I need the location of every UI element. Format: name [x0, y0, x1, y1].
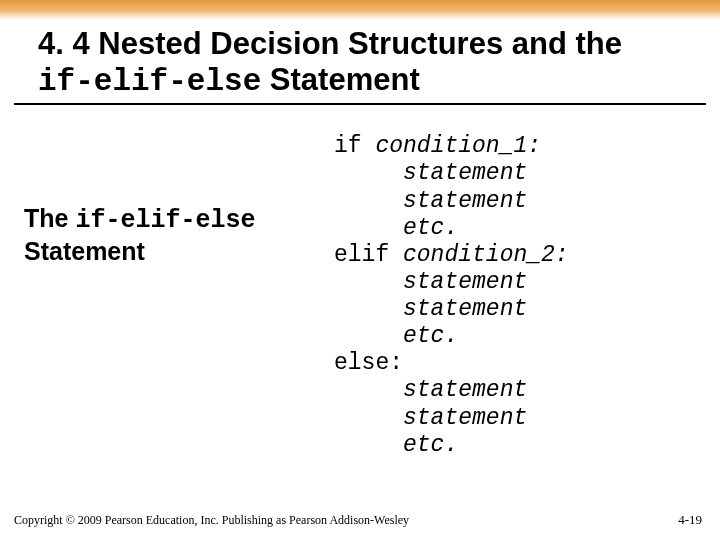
slide-body: The if-elif-else Statement if condition_…: [0, 105, 720, 459]
accent-bar: [0, 0, 720, 20]
code-kw-elif: elif: [334, 242, 403, 268]
subhead-code: if-elif-else: [75, 206, 255, 235]
title-text: 4. 4 Nested Decision Structures and the: [38, 26, 622, 61]
copyright-footer: Copyright © 2009 Pearson Education, Inc.…: [14, 513, 409, 528]
code-etc: etc.: [403, 323, 458, 349]
code-stmt: statement: [403, 188, 527, 214]
subheading: The if-elif-else Statement: [24, 203, 334, 266]
left-column: The if-elif-else Statement: [24, 133, 334, 459]
code-etc: etc.: [403, 215, 458, 241]
code-stmt: statement: [403, 377, 527, 403]
code-cond1: condition_1:: [375, 133, 541, 159]
subhead-suffix: Statement: [24, 237, 145, 265]
code-kw-else: else:: [334, 350, 403, 376]
code-etc: etc.: [403, 432, 458, 458]
code-cond2: condition_2:: [403, 242, 569, 268]
code-stmt: statement: [403, 160, 527, 186]
code-block: if condition_1: statement statement etc.…: [334, 133, 696, 459]
code-stmt: statement: [403, 269, 527, 295]
slide: 4. 4 Nested Decision Structures and the …: [0, 0, 720, 540]
subhead-prefix: The: [24, 204, 75, 232]
title-code: if-elif-else: [38, 64, 261, 99]
title-suffix: Statement: [261, 62, 419, 97]
page-number: 4-19: [678, 512, 702, 528]
slide-title: 4. 4 Nested Decision Structures and the …: [14, 20, 706, 105]
code-kw-if: if: [334, 133, 375, 159]
code-stmt: statement: [403, 405, 527, 431]
code-stmt: statement: [403, 296, 527, 322]
